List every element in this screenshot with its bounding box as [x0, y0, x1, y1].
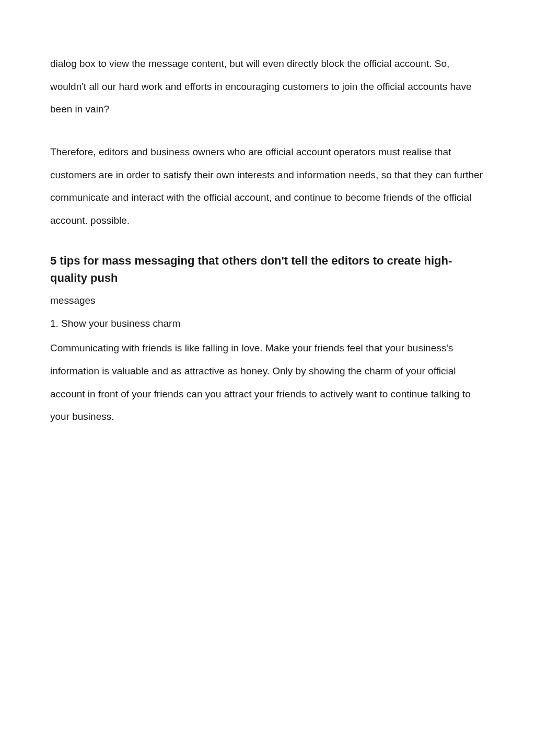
paragraph-2: Therefore, editors and business owners w… [50, 141, 485, 232]
body-paragraph: Communicating with friends is like falli… [50, 337, 485, 428]
paragraph-1: dialog box to view the message content, … [50, 52, 485, 121]
heading-subtext: messages [50, 293, 485, 308]
section-heading: 5 tips for mass messaging that others do… [50, 252, 485, 287]
list-item-1: 1. Show your business charm [50, 315, 485, 333]
